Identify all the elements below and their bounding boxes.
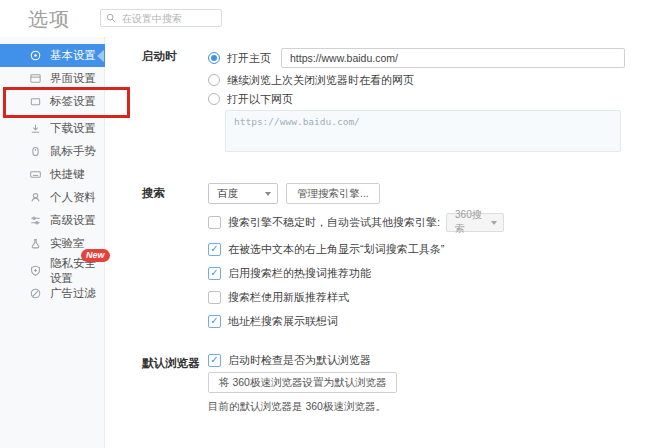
hotkeys-icon [29, 168, 42, 181]
sidebar-item-label: 下载设置 [50, 121, 96, 136]
checkbox-label: 启用搜索栏的热搜词推荐功能 [228, 266, 371, 281]
chevron-down-icon [491, 221, 497, 228]
sidebar-item-mouse-gestures[interactable]: 鼠标手势 [0, 140, 104, 163]
checkbox-label: 在被选中文本的右上角显示“划词搜索工具条” [228, 242, 444, 257]
search-icon [106, 13, 116, 23]
checkbox-label: 启动时检查是否为默认浏览器 [228, 353, 371, 368]
current-default-browser-status: 目前的默认浏览器是 360极速浏览器。 [208, 400, 634, 414]
section-startup: 启动时 打开主页 继续浏览上次关闭浏览器时在看的网页 打开以下网页 https:… [142, 46, 634, 152]
sidebar-item-label: 鼠标手势 [50, 144, 96, 159]
sidebar-item-interface-settings[interactable]: 界面设置 [0, 67, 104, 90]
search-option-row: 地址栏搜索展示联想词 [208, 314, 634, 328]
options-page: 选项 基本设置 界面设置 [0, 0, 650, 448]
privacy-security-icon [29, 264, 42, 277]
sidebar-item-download-settings[interactable]: 下载设置 [0, 117, 104, 140]
startup-pages-textarea[interactable]: https://www.baidu.com/ [225, 110, 621, 152]
sidebar-item-label: 标签设置 [50, 94, 96, 109]
advanced-settings-icon [29, 214, 42, 227]
section-label-default-browser: 默认浏览器 [142, 356, 200, 371]
radio-label: 打开主页 [227, 51, 271, 66]
sidebar-item-label: 界面设置 [50, 71, 96, 86]
radio-open-pages[interactable] [208, 93, 220, 105]
settings-search-input[interactable] [120, 12, 216, 25]
search-fallback-row: 搜索引擎不稳定时，自动尝试其他搜索引擎: 360搜索 [208, 212, 634, 232]
homepage-url-input[interactable] [281, 48, 625, 68]
sidebar-item-label: 基本设置 [50, 48, 96, 63]
sidebar-item-label: 实验室 [50, 236, 85, 251]
sidebar-item-ad-filter[interactable]: 广告过滤 [0, 282, 104, 305]
sidebar-item-label: 个人资料 [50, 190, 96, 205]
radio-open-homepage[interactable] [208, 52, 220, 64]
radio-continue-browsing[interactable] [208, 74, 220, 86]
sidebar-item-label: 快捷键 [50, 167, 85, 182]
checkbox-address-bar-suggestions[interactable] [208, 315, 221, 328]
checkbox-label: 搜索栏使用新版推荐样式 [228, 290, 349, 305]
sidebar-item-label: 广告过滤 [50, 286, 96, 301]
top-bar: 选项 [0, 0, 650, 38]
chevron-down-icon [265, 192, 271, 199]
startup-option-homepage: 打开主页 [208, 46, 634, 70]
checkbox-hot-words[interactable] [208, 267, 221, 280]
sidebar-item-tab-settings[interactable]: 标签设置 [0, 90, 104, 113]
fallback-engine-select[interactable]: 360搜索 [446, 213, 504, 232]
interface-settings-icon [29, 72, 42, 85]
basic-settings-icon [29, 49, 42, 62]
default-browser-check-row: 启动时检查是否为默认浏览器 [208, 353, 634, 367]
settings-content: 启动时 打开主页 继续浏览上次关闭浏览器时在看的网页 打开以下网页 https:… [106, 37, 650, 448]
radio-label: 继续浏览上次关闭浏览器时在看的网页 [227, 73, 414, 88]
sidebar-item-profile[interactable]: 个人资料 [0, 186, 104, 209]
sidebar-item-label: 高级设置 [50, 213, 96, 228]
startup-option-continue: 继续浏览上次关闭浏览器时在看的网页 [208, 70, 634, 90]
search-option-row: 启用搜索栏的热搜词推荐功能 [208, 266, 634, 280]
page-title: 选项 [28, 6, 70, 33]
search-engine-selected: 百度 [217, 187, 238, 201]
mouse-gestures-icon [29, 145, 42, 158]
search-option-row: 搜索栏使用新版推荐样式 [208, 290, 634, 304]
ad-filter-icon [29, 287, 42, 300]
checkbox-fallback-engine[interactable] [208, 216, 221, 229]
checkbox-label: 搜索引擎不稳定时，自动尝试其他搜索引擎: [228, 215, 440, 230]
radio-label: 打开以下网页 [227, 92, 293, 107]
checkbox-check-default-on-startup[interactable] [208, 354, 221, 367]
manage-search-engines-button[interactable]: 管理搜索引擎... [286, 183, 380, 204]
tab-settings-icon [29, 95, 42, 108]
sidebar-item-basic-settings[interactable]: 基本设置 [0, 44, 105, 67]
section-label-search: 搜索 [142, 186, 165, 201]
settings-search-box[interactable] [100, 9, 222, 27]
startup-option-open-pages: 打开以下网页 [208, 90, 634, 108]
sidebar: 基本设置 界面设置 标签设置 下载设置 [0, 37, 105, 448]
lab-icon [29, 237, 42, 250]
search-option-row: 在被选中文本的右上角显示“划词搜索工具条” [208, 242, 634, 256]
search-engine-select[interactable]: 百度 [208, 183, 278, 204]
checkbox-new-style[interactable] [208, 291, 221, 304]
section-default-browser: 默认浏览器 启动时检查是否为默认浏览器 将 360极速浏览器设置为默认浏览器 目… [142, 353, 634, 414]
set-default-browser-button[interactable]: 将 360极速浏览器设置为默认浏览器 [208, 372, 397, 393]
checkbox-selection-toolbar[interactable] [208, 243, 221, 256]
new-badge: New [81, 249, 110, 262]
sidebar-item-hotkeys[interactable]: 快捷键 [0, 163, 104, 186]
fallback-engine-selected: 360搜索 [455, 208, 491, 236]
download-settings-icon [29, 122, 42, 135]
sidebar-item-advanced-settings[interactable]: 高级设置 [0, 209, 104, 232]
section-search: 搜索 百度 管理搜索引擎... 搜索引擎不稳定时，自动尝试其他搜索引擎: 360… [142, 183, 634, 328]
section-label-startup: 启动时 [142, 49, 177, 64]
sidebar-item-privacy-security[interactable]: 隐私安全设置 [0, 259, 104, 282]
profile-icon [29, 191, 42, 204]
checkbox-label: 地址栏搜索展示联想词 [228, 314, 338, 329]
